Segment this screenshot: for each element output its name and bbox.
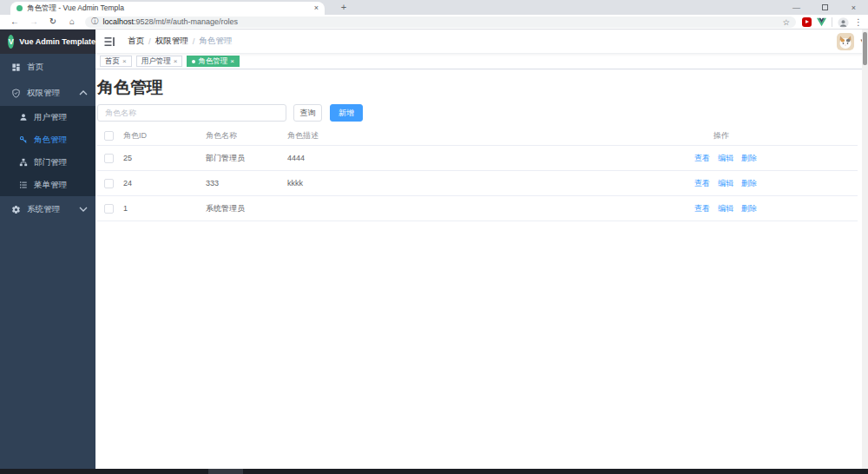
sidebar-item-system[interactable]: 系统管理 [0, 196, 95, 222]
edit-link[interactable]: 编辑 [718, 178, 733, 189]
chevron-down-icon [79, 207, 88, 212]
delete-link[interactable]: 删除 [741, 203, 757, 214]
browser-profile-icon[interactable] [838, 16, 849, 28]
screen: 角色管理 - Vue Admin Templa × + — × ← → ↻ ⌂ … [0, 0, 868, 474]
tags-view: 首页 × 用户管理 × 角色管理 × [95, 54, 868, 69]
user-avatar[interactable] [837, 33, 854, 50]
cell-role-desc: 4444 [279, 154, 686, 162]
extension-icon-red[interactable] [802, 17, 812, 27]
breadcrumb-current: 角色管理 [199, 36, 232, 47]
cell-role-name: 部门管理员 [197, 153, 279, 164]
window-controls: — × [782, 0, 868, 15]
active-dot-icon [192, 60, 195, 63]
query-button[interactable]: 查询 [293, 104, 322, 122]
sidebar-item-home[interactable]: 首页 [0, 54, 95, 80]
sidebar-item-menus[interactable]: 菜单管理 [0, 174, 95, 196]
sidebar-item-departments[interactable]: 部门管理 [0, 151, 95, 174]
url-host: localhost [103, 17, 135, 26]
sidebar-item-label: 用户管理 [34, 112, 67, 123]
breadcrumb-separator: / [148, 36, 151, 46]
col-role-id: 角色ID [115, 130, 197, 142]
home-icon[interactable]: ⌂ [62, 17, 82, 26]
key-icon [19, 135, 28, 144]
col-role-desc: 角色描述 [279, 130, 686, 142]
app-logo: V Vue Admin Template [0, 30, 95, 54]
tab-close-icon[interactable]: × [314, 4, 319, 12]
app-navbar: 首页 / 权限管理 / 角色管理 ▾ [95, 30, 868, 54]
edit-link[interactable]: 编辑 [718, 203, 733, 214]
breadcrumb-separator: / [193, 36, 195, 46]
address-bar[interactable]: ⓘ localhost :9528/mt/#/auth-manage/roles… [85, 16, 796, 28]
hamburger-icon [104, 36, 115, 47]
sidebar-item-label: 部门管理 [34, 157, 67, 168]
taskbar [0, 469, 868, 474]
browser-tab[interactable]: 角色管理 - Vue Admin Templa × [10, 2, 325, 15]
tag-label: 角色管理 [198, 56, 227, 67]
back-icon[interactable]: ← [5, 17, 24, 26]
table-row: 1 系统管理员 查看 编辑 删除 [97, 196, 858, 221]
page-title: 角色管理 [97, 78, 858, 96]
col-role-name: 角色名称 [197, 130, 279, 142]
tag-label: 首页 [105, 56, 120, 67]
app: V Vue Admin Template 首页 权限管理 用户管理 角 [0, 30, 868, 469]
row-checkbox[interactable] [104, 154, 114, 163]
maximize-icon [822, 4, 828, 10]
sidebar-item-label: 菜单管理 [34, 180, 67, 191]
scrollbar-thumb[interactable] [863, 32, 867, 65]
new-tab-button[interactable]: + [337, 1, 351, 14]
table-row: 24 333 kkkk 查看 编辑 删除 [97, 171, 858, 196]
window-close-button[interactable]: × [839, 0, 868, 15]
add-button[interactable]: 新增 [330, 104, 363, 122]
delete-link[interactable]: 删除 [741, 153, 757, 164]
tag-close-icon[interactable]: × [122, 58, 127, 65]
tag-label: 用户管理 [141, 56, 171, 67]
cell-role-id: 24 [115, 179, 197, 188]
edit-link[interactable]: 编辑 [718, 153, 733, 164]
cell-role-id: 25 [115, 154, 197, 162]
sidebar-item-label: 系统管理 [27, 204, 60, 215]
select-all-checkbox[interactable] [104, 131, 114, 141]
bookmark-star-icon[interactable]: ☆ [782, 17, 790, 27]
main-area: 首页 / 权限管理 / 角色管理 ▾ 首页 × 用户管理 × [95, 30, 868, 469]
sidebar-item-users[interactable]: 用户管理 [0, 106, 95, 128]
list-icon [19, 181, 28, 189]
sidebar-item-permission[interactable]: 权限管理 [0, 80, 95, 106]
tag-close-icon[interactable]: × [174, 58, 178, 65]
breadcrumb: 首页 / 权限管理 / 角色管理 [128, 36, 232, 47]
row-checkbox[interactable] [104, 204, 114, 214]
view-link[interactable]: 查看 [694, 153, 710, 164]
row-checkbox[interactable] [104, 179, 114, 188]
delete-link[interactable]: 删除 [741, 178, 757, 189]
vue-devtools-icon[interactable] [817, 17, 826, 27]
scrollbar[interactable] [862, 30, 868, 469]
shield-icon [11, 89, 21, 98]
table-row: 25 部门管理员 4444 查看 编辑 删除 [97, 146, 858, 171]
tag-users[interactable]: 用户管理 × [136, 56, 183, 67]
tab-title: 角色管理 - Vue Admin Templa [27, 3, 310, 14]
hamburger-button[interactable] [104, 36, 115, 47]
info-icon[interactable]: ⓘ [91, 16, 99, 27]
logo-text: Vue Admin Template [19, 37, 95, 46]
page-content: 角色管理 查询 新增 角色ID 角色名称 角色描述 操作 [95, 69, 868, 469]
reload-icon[interactable]: ↻ [43, 17, 62, 26]
browser-toolbar: ← → ↻ ⌂ ⓘ localhost :9528/mt/#/auth-mana… [0, 15, 868, 30]
browser-menu-icon[interactable]: ⋮ [854, 17, 863, 27]
role-name-input[interactable] [97, 104, 286, 122]
breadcrumb-home[interactable]: 首页 [128, 36, 144, 47]
forward-icon[interactable]: → [24, 17, 43, 26]
breadcrumb-permission[interactable]: 权限管理 [155, 36, 188, 47]
favicon-icon [16, 5, 23, 11]
tag-home[interactable]: 首页 × [100, 56, 132, 67]
tag-close-icon[interactable]: × [230, 58, 234, 65]
cell-role-name: 系统管理员 [197, 203, 279, 214]
browser-tabstrip: 角色管理 - Vue Admin Templa × + — × [0, 0, 868, 15]
view-link[interactable]: 查看 [694, 203, 710, 214]
window-maximize-button[interactable] [811, 0, 839, 15]
logo-letter: V [9, 37, 14, 46]
view-link[interactable]: 查看 [694, 178, 710, 189]
tag-roles[interactable]: 角色管理 × [187, 56, 240, 67]
sidebar-item-roles[interactable]: 角色管理 [0, 128, 95, 151]
sidebar-item-label: 首页 [27, 62, 43, 73]
sidebar-item-label: 权限管理 [27, 88, 60, 99]
window-minimize-button[interactable]: — [782, 0, 811, 15]
